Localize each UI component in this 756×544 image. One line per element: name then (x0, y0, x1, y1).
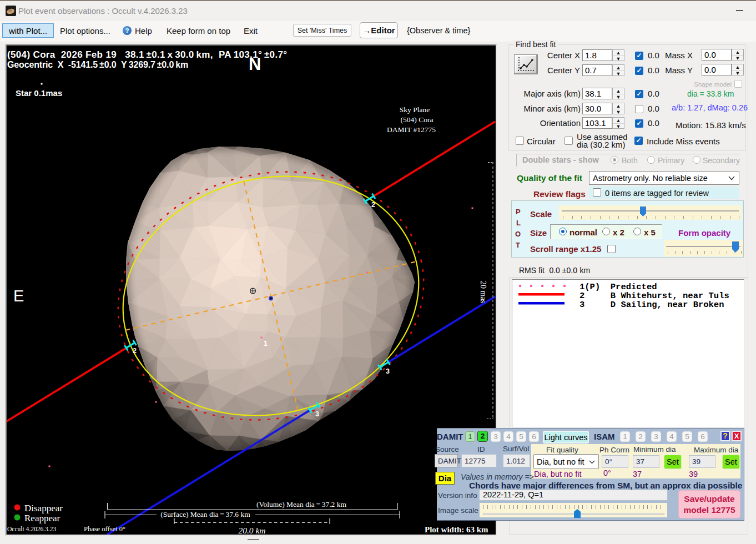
svg-text:20.0 km: 20.0 km (238, 526, 265, 535)
svg-text:Sky Plane: Sky Plane (400, 105, 430, 114)
svg-text:Disappear: Disappear (24, 503, 63, 513)
svg-text:Reappear: Reappear (24, 513, 61, 523)
svg-text:(Volume) Mean dia = 37.2 km: (Volume) Mean dia = 37.2 km (256, 500, 346, 508)
svg-text:(504) Cora: (504) Cora (401, 115, 434, 124)
svg-text:Geocentric X -5141.5 ±0.0 Y: Geocentric X -5141.5 ±0.0 Y 3269.7 ±0.0 … (7, 60, 188, 69)
svg-text:(Surface) Mean dia = 37.6 km: (Surface) Mean dia = 37.6 km (160, 510, 250, 518)
svg-text:2: 2 (133, 347, 137, 355)
svg-text:3 D Sailing, near Broken: 3 D Sailing, near Broken (579, 300, 724, 310)
svg-text:3: 3 (386, 367, 390, 375)
svg-text:2: 2 (371, 201, 375, 209)
svg-text:DAMIT #12775: DAMIT #12775 (387, 125, 436, 134)
svg-text:(504) Cora 2026 Feb 19 38.1: (504) Cora 2026 Feb 19 38.1 ±0.1 x 30.0 … (7, 49, 287, 60)
svg-text:1: 1 (264, 340, 268, 347)
svg-text:Phase offset 0°: Phase offset 0° (84, 525, 125, 533)
svg-text:3: 3 (315, 410, 319, 418)
svg-text:20 mas: 20 mas (479, 281, 487, 303)
svg-text:Occult 4.2026.3.23: Occult 4.2026.3.23 (7, 526, 56, 532)
svg-text:Star 0.1mas: Star 0.1mas (16, 88, 62, 98)
svg-text:Plot width: 63 km: Plot width: 63 km (425, 525, 488, 534)
svg-text:N: N (249, 54, 261, 74)
svg-text:E: E (13, 287, 24, 305)
